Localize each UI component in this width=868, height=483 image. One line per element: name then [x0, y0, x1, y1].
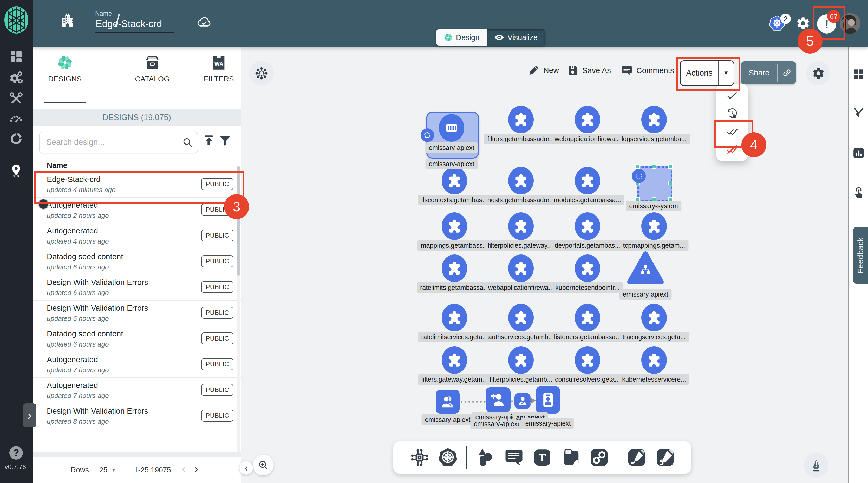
- rows-caret-icon[interactable]: ▼: [111, 467, 116, 473]
- visibility-badge: PUBLIC: [201, 307, 234, 319]
- mesh-pattern-icon[interactable]: [9, 131, 23, 146]
- toolbox-wrenches-icon[interactable]: [9, 91, 23, 106]
- tab-catalog[interactable]: CATALOG: [126, 54, 178, 83]
- canvas-node-crd[interactable]: [508, 346, 534, 374]
- doodle-icon[interactable]: [655, 447, 675, 467]
- page-range-label: 1-25 19075: [134, 466, 171, 474]
- feedback-tab[interactable]: Feedback: [853, 227, 868, 284]
- panel-collapse-chevron[interactable]: ‹: [240, 461, 253, 475]
- canvas-node-person-add[interactable]: [486, 387, 510, 412]
- organization-icon[interactable]: [60, 12, 75, 30]
- sidebar-expand-chevron[interactable]: ›: [23, 403, 36, 427]
- canvas-settings-gear[interactable]: [806, 61, 830, 85]
- selection-handle[interactable]: [652, 164, 656, 169]
- selection-handle[interactable]: [652, 197, 656, 202]
- note-icon[interactable]: [561, 447, 581, 467]
- help-button[interactable]: ?: [9, 446, 23, 460]
- selection-handle[interactable]: [636, 197, 640, 202]
- chart-icon[interactable]: [852, 147, 865, 160]
- canvas-node-crd[interactable]: [575, 304, 600, 331]
- flow-icon[interactable]: [409, 447, 430, 467]
- rows-per-page-select[interactable]: 25: [99, 466, 107, 474]
- save-as-button[interactable]: Save As: [567, 64, 611, 77]
- selection-handle[interactable]: [668, 164, 673, 169]
- kubernetes-helm-icon[interactable]: [438, 447, 458, 467]
- environment-hub-button[interactable]: [249, 61, 274, 86]
- prev-page-button[interactable]: ‹: [182, 463, 186, 475]
- canvas-node-crd[interactable]: [508, 167, 534, 194]
- selection-handle[interactable]: [668, 181, 673, 185]
- search-icon[interactable]: [182, 137, 193, 148]
- design-name-input[interactable]: [95, 18, 174, 33]
- comment-icon[interactable]: [504, 447, 524, 467]
- canvas-node-person-edit[interactable]: [515, 393, 531, 409]
- shapes-icon[interactable]: [475, 447, 495, 467]
- eye-icon: [494, 32, 504, 42]
- canvas-node-crd[interactable]: [575, 346, 600, 374]
- design-name: Autogenerated: [47, 355, 98, 364]
- canvas-node-crd[interactable]: [575, 167, 600, 194]
- canvas-node-emissary-apiext-group[interactable]: [626, 251, 665, 286]
- design-row[interactable]: Design With Validation Errorsupdated 8 h…: [33, 403, 241, 429]
- tab-visualize[interactable]: Visualize: [487, 29, 545, 46]
- canvas-node-crd[interactable]: [641, 304, 667, 331]
- lifecycle-gears-icon[interactable]: [9, 71, 23, 85]
- canvas-node-people[interactable]: [436, 390, 460, 414]
- canvas-node-crd[interactable]: [442, 167, 467, 194]
- canvas-node-crd[interactable]: [641, 106, 667, 133]
- dashboard-icon[interactable]: [9, 50, 23, 64]
- canvas-node-crd[interactable]: [641, 346, 667, 374]
- filter-funnel-icon[interactable]: [219, 135, 231, 148]
- design-name: Autogenerated: [47, 381, 98, 390]
- node-label: authservices.getamb...: [485, 332, 557, 342]
- design-updated: updated 6 hours ago: [47, 314, 109, 323]
- design-updated: updated 4 hours ago: [47, 237, 109, 245]
- text-icon[interactable]: T: [532, 447, 552, 467]
- canvas-node-crd[interactable]: [575, 106, 600, 133]
- design-row[interactable]: Datadog seed contentupdated 6 hours agoP…: [33, 249, 241, 274]
- tab-design[interactable]: Design: [436, 29, 487, 46]
- copy-link-icon[interactable]: [778, 61, 796, 84]
- design-updated: updated 6 hours ago: [47, 340, 109, 348]
- canvas-node-crd[interactable]: [508, 304, 534, 331]
- location-pin-icon[interactable]: [9, 163, 23, 178]
- share-button[interactable]: Share: [741, 61, 796, 84]
- zoom-in-button[interactable]: [253, 455, 274, 476]
- canvas-node-crd[interactable]: [575, 212, 600, 240]
- menu-item-validate[interactable]: [726, 89, 738, 102]
- search-input[interactable]: [46, 133, 177, 151]
- canvas-node-crd[interactable]: [442, 304, 467, 331]
- design-row[interactable]: Autogeneratedupdated 7 hours agoPUBLIC: [33, 352, 241, 378]
- import-design-icon[interactable]: [202, 134, 215, 149]
- canvas-node-id-badge[interactable]: [536, 386, 560, 414]
- menu-item-dry-run[interactable]: [726, 108, 738, 120]
- design-row[interactable]: Datadog seed contentupdated 6 hours agoP…: [33, 326, 241, 352]
- design-row[interactable]: Autogeneratedupdated 4 hours agoPUBLIC: [33, 223, 241, 249]
- comments-button[interactable]: Comments: [621, 64, 674, 77]
- selection-handle[interactable]: [668, 197, 673, 202]
- design-row[interactable]: Design With Validation Errorsupdated 6 h…: [33, 300, 241, 326]
- canvas-node-crd[interactable]: [508, 254, 534, 282]
- canvas-node-crd[interactable]: [508, 212, 534, 240]
- design-row[interactable]: Design With Validation Errorsupdated 6 h…: [33, 274, 241, 300]
- next-page-button[interactable]: ›: [194, 463, 198, 475]
- canvas-node-crd[interactable]: [442, 212, 467, 240]
- canvas-node-crd[interactable]: [442, 254, 467, 282]
- new-button[interactable]: New: [528, 64, 559, 76]
- performance-gauge-icon[interactable]: [9, 111, 23, 126]
- canvas-node-crd[interactable]: [508, 106, 534, 133]
- canvas-node-crd[interactable]: [641, 212, 667, 240]
- design-row[interactable]: Autogeneratedupdated 7 hours agoPUBLIC: [33, 378, 241, 403]
- meshery-logo[interactable]: [4, 6, 29, 34]
- touch-icon[interactable]: [852, 186, 865, 199]
- grid-icon[interactable]: [852, 68, 865, 81]
- link-chain-icon[interactable]: [589, 447, 609, 467]
- tab-filters[interactable]: WAFILTERS: [201, 54, 237, 83]
- design-pen-button[interactable]: [804, 453, 829, 478]
- canvas-node-crd[interactable]: [575, 254, 600, 282]
- canvas-node-crd[interactable]: [442, 346, 467, 374]
- tab-designs[interactable]: DESIGNS: [44, 54, 86, 83]
- selection-handle[interactable]: [636, 164, 640, 169]
- merge-y-icon[interactable]: [852, 107, 865, 120]
- pen-arrow-icon[interactable]: [626, 447, 647, 467]
